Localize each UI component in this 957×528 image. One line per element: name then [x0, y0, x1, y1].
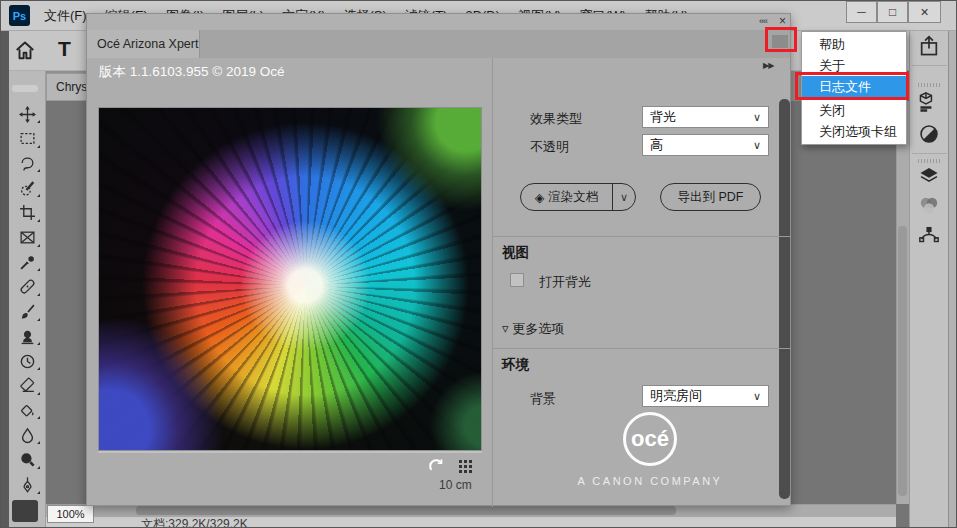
- clone-stamp-tool[interactable]: [12, 325, 43, 347]
- brush-icon: [19, 303, 36, 320]
- panel-expand-icon[interactable]: ▶▶: [763, 61, 773, 70]
- healing-brush-icon: [19, 278, 36, 295]
- render-options-chevron-icon[interactable]: ∨: [613, 191, 635, 204]
- background-label: 背景: [530, 390, 556, 408]
- lasso-tool[interactable]: [12, 152, 43, 174]
- paths-panel-icon[interactable]: [918, 225, 940, 247]
- frame-icon: [19, 229, 36, 246]
- rectangular-marquee-tool[interactable]: [12, 128, 43, 150]
- effect-type-select[interactable]: 背光 ∨: [642, 106, 769, 128]
- move-icon: [19, 106, 36, 123]
- dock-grip[interactable]: [918, 159, 941, 163]
- properties-panel-icon[interactable]: [918, 91, 940, 113]
- backlight-checkbox-label: 打开背光: [539, 273, 591, 291]
- crop-tool[interactable]: [12, 202, 43, 224]
- render-icon: ◈: [535, 190, 545, 205]
- opacity-select[interactable]: 高 ∨: [642, 134, 769, 156]
- toolbar-grip[interactable]: [12, 85, 38, 92]
- eyedropper-icon: [19, 254, 36, 271]
- pen-icon: [19, 476, 36, 493]
- blur-tool[interactable]: [12, 424, 43, 446]
- history-brush-icon: [19, 353, 36, 370]
- blur-icon: [19, 427, 36, 444]
- color-swatch-well[interactable]: [12, 500, 38, 522]
- preview-image[interactable]: [98, 107, 482, 451]
- menu-item-close[interactable]: 关闭: [802, 100, 906, 121]
- chevron-down-icon: ∨: [753, 111, 761, 124]
- menu-item-help[interactable]: 帮助: [802, 34, 906, 55]
- window-left-edge: [1, 31, 9, 528]
- panel-dock: ««: [909, 31, 948, 528]
- current-tool-icon: T: [58, 37, 71, 61]
- gradient-tool[interactable]: [12, 399, 43, 421]
- window-right-edge: [948, 31, 957, 528]
- oce-logo: océ: [623, 412, 677, 466]
- channels-panel-icon[interactable]: [918, 195, 940, 217]
- opacity-label: 不透明: [530, 138, 569, 156]
- panel-scrollbar[interactable]: [779, 99, 790, 499]
- export-pdf-button[interactable]: 导出到 PDF: [660, 183, 761, 211]
- dodge-tool[interactable]: [12, 449, 43, 471]
- panel-divider: [492, 58, 493, 507]
- render-document-split-button[interactable]: ◈ 渲染文档 ∨: [520, 183, 636, 211]
- canon-tagline: A CANON COMPANY: [542, 475, 758, 487]
- pen-tool[interactable]: [12, 474, 43, 496]
- grid-icon[interactable]: [458, 459, 473, 478]
- background-value: 明亮房间: [650, 387, 702, 405]
- brush-tool[interactable]: [12, 301, 43, 323]
- rotate-preview-icon[interactable]: [427, 458, 445, 480]
- annotation-box-log-file: [795, 72, 909, 100]
- eraser-tool[interactable]: [12, 375, 43, 397]
- section-divider: [493, 236, 791, 237]
- adjustments-panel-icon[interactable]: [918, 123, 940, 145]
- spot-healing-brush-tool[interactable]: [12, 276, 43, 298]
- lasso-icon: [19, 155, 36, 172]
- disclosure-triangle-icon: ▿: [502, 321, 509, 336]
- zoom-level-field[interactable]: 100%: [47, 505, 94, 523]
- canvas-vertical-scrollbar-thumb[interactable]: [898, 226, 907, 496]
- version-text: 版本 1.1.6103.955 © 2019 Océ: [99, 63, 285, 81]
- section-divider: [493, 348, 791, 349]
- environment-section-title: 环境: [502, 356, 529, 374]
- render-button-label: 渲染文档: [548, 189, 598, 206]
- panel-close-icon[interactable]: ×: [779, 14, 786, 28]
- history-brush-tool[interactable]: [12, 350, 43, 372]
- effect-type-label: 效果类型: [530, 110, 582, 128]
- crop-icon: [19, 204, 36, 221]
- annotation-box-menu-button: [765, 27, 797, 52]
- eraser-icon: [19, 377, 36, 394]
- panel-title-bar[interactable]: «« ×: [87, 14, 790, 30]
- dodge-icon: [19, 451, 36, 468]
- scale-label: 10 cm: [439, 478, 472, 492]
- backlight-checkbox[interactable]: [510, 273, 524, 287]
- panel-collapse-icon[interactable]: ««: [759, 16, 767, 26]
- view-section-title: 视图: [502, 244, 529, 262]
- effect-type-value: 背光: [650, 108, 676, 126]
- frame-tool[interactable]: [12, 227, 43, 249]
- opacity-value: 高: [650, 136, 663, 154]
- layers-panel-icon[interactable]: [918, 165, 940, 187]
- export-button-label: 导出到 PDF: [678, 189, 744, 206]
- menu-item-close-tab-group[interactable]: 关闭选项卡组: [802, 121, 906, 142]
- more-options-label: 更多选项: [512, 321, 564, 336]
- marquee-icon: [19, 130, 36, 147]
- window-close-button[interactable]: ×: [908, 1, 941, 23]
- quick-selection-icon: [19, 180, 36, 197]
- quick-selection-tool[interactable]: [12, 177, 43, 199]
- more-options-toggle[interactable]: ▿ 更多选项: [502, 320, 564, 338]
- canvas-horizontal-scrollbar-thumb[interactable]: [136, 506, 676, 515]
- background-select[interactable]: 明亮房间 ∨: [642, 385, 769, 407]
- oce-arizona-xpert-panel: «« × Océ Arizona Xpert ▶▶ 版本 1.1.6103.95…: [86, 13, 791, 506]
- move-tool[interactable]: [12, 103, 43, 125]
- home-icon[interactable]: [14, 39, 36, 65]
- share-icon[interactable]: [918, 35, 940, 57]
- eyedropper-tool[interactable]: [12, 251, 43, 273]
- chevron-down-icon: ∨: [753, 390, 761, 403]
- dock-divider: [912, 65, 947, 66]
- chevron-down-icon: ∨: [753, 139, 761, 152]
- panel-tab[interactable]: Océ Arizona Xpert: [87, 30, 200, 58]
- window-minimize-button[interactable]: ─: [846, 1, 877, 23]
- window-maximize-button[interactable]: □: [877, 1, 908, 23]
- document-size-status: 文档:329,2K/329,2K: [141, 516, 248, 528]
- dock-grip[interactable]: [918, 83, 941, 87]
